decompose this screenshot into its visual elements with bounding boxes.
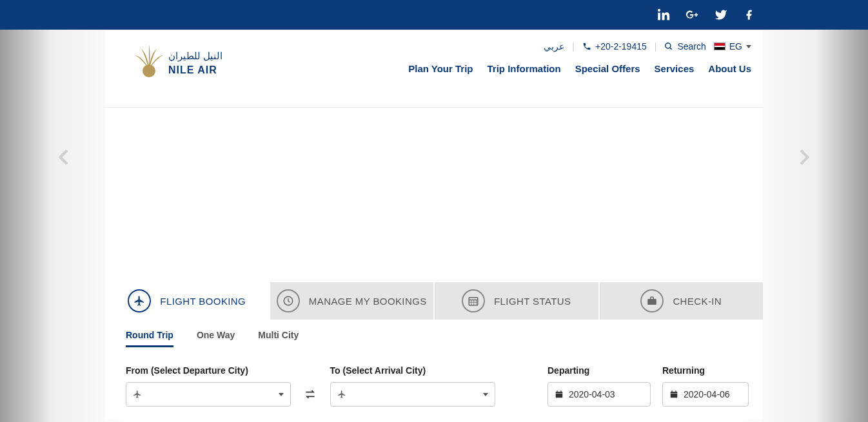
returning-date-value: 2020-04-06 <box>684 389 730 399</box>
returning-date-input[interactable]: 2020-04-06 <box>662 382 749 407</box>
main-nav: Plan Your Trip Trip Information Special … <box>408 63 751 74</box>
linkedin-icon[interactable] <box>657 8 671 22</box>
nav-plan-your-trip[interactable]: Plan Your Trip <box>408 63 473 74</box>
carousel-prev-button[interactable] <box>52 142 75 175</box>
svg-point-0 <box>143 64 155 77</box>
to-city-select[interactable] <box>330 382 495 407</box>
region-selector[interactable]: EG <box>714 41 751 52</box>
from-label: From (Select Departure City) <box>126 365 291 376</box>
svg-rect-15 <box>671 392 678 398</box>
plane-small-icon <box>133 390 142 399</box>
trip-type-round[interactable]: Round Trip <box>126 330 173 347</box>
svg-line-2 <box>670 48 672 50</box>
caret-down-icon <box>483 393 488 396</box>
nav-special-offers[interactable]: Special Offers <box>575 63 640 74</box>
twitter-icon[interactable] <box>714 8 728 22</box>
carousel-next-button[interactable] <box>793 142 816 175</box>
plane-small-icon <box>337 390 346 399</box>
departing-field-group: Departing 2020-04-03 <box>547 365 651 407</box>
trip-type-multi[interactable]: Multi City <box>258 330 299 347</box>
to-field-group: To (Select Arrival City) <box>330 365 495 407</box>
search-label: Search <box>677 41 705 52</box>
tab-label: FLIGHT BOOKING <box>160 296 246 307</box>
svg-rect-11 <box>556 392 563 398</box>
svg-rect-18 <box>671 393 678 394</box>
tab-manage-bookings[interactable]: MANAGE MY BOOKINGS <box>270 282 435 320</box>
top-social-bar <box>0 0 868 30</box>
utility-row: عربي | +20-2-19415 | Search EG <box>408 41 751 52</box>
svg-rect-14 <box>556 393 563 394</box>
logo-text-ar: النيل للطيران <box>168 51 222 62</box>
to-label: To (Select Arrival City) <box>330 365 495 376</box>
language-arabic-link[interactable]: عربي <box>544 41 564 52</box>
clock-icon <box>277 289 300 312</box>
phone-number: +20-2-19415 <box>595 41 647 52</box>
trip-type-selector: Round Trip One Way Multi City <box>126 330 749 347</box>
caret-down-icon <box>279 393 284 396</box>
swap-cities-button[interactable] <box>302 382 319 407</box>
departing-date-input[interactable]: 2020-04-03 <box>547 382 651 407</box>
facebook-icon[interactable] <box>742 8 756 22</box>
hero-carousel <box>105 108 763 282</box>
booking-tabs: FLIGHT BOOKING MANAGE MY BOOKINGS FLIGHT… <box>105 282 763 320</box>
logo-text-en: NILE AIR <box>168 64 217 75</box>
logo[interactable]: النيل للطيران NILE AIR <box>105 41 230 84</box>
tab-flight-booking[interactable]: FLIGHT BOOKING <box>105 282 270 320</box>
booking-form: Round Trip One Way Multi City From (Sele… <box>105 320 763 419</box>
returning-label: Returning <box>662 365 749 376</box>
svg-rect-13 <box>560 390 561 392</box>
nav-about-us[interactable]: About Us <box>708 63 751 74</box>
svg-rect-10 <box>648 299 657 305</box>
departing-date-value: 2020-04-03 <box>569 389 615 399</box>
nav-trip-information[interactable]: Trip Information <box>488 63 561 74</box>
svg-point-1 <box>666 43 671 48</box>
region-code: EG <box>729 41 742 52</box>
tab-label: FLIGHT STATUS <box>494 296 571 307</box>
calendar-icon <box>555 390 564 399</box>
from-field-group: From (Select Departure City) <box>126 365 291 407</box>
caret-down-icon <box>746 45 751 48</box>
plane-icon <box>128 289 151 312</box>
tab-flight-status[interactable]: FLIGHT STATUS <box>435 282 600 320</box>
nav-services[interactable]: Services <box>655 63 695 74</box>
calendar-icon <box>669 390 678 399</box>
swap-icon <box>304 388 317 401</box>
briefcase-icon <box>640 289 664 312</box>
googleplus-icon[interactable] <box>686 8 700 22</box>
tab-label: CHECK-IN <box>673 296 722 307</box>
departing-label: Departing <box>547 365 651 376</box>
returning-field-group: Returning 2020-04-06 <box>662 365 749 407</box>
trip-type-oneway[interactable]: One Way <box>197 330 235 347</box>
phone-link[interactable]: +20-2-19415 <box>582 41 647 52</box>
from-city-select[interactable] <box>126 382 291 407</box>
flag-eg-icon <box>714 43 725 50</box>
search-link[interactable]: Search <box>664 41 705 52</box>
calendar-grid-icon <box>462 289 485 312</box>
search-icon <box>664 42 673 51</box>
tab-label: MANAGE MY BOOKINGS <box>309 296 427 307</box>
phone-icon <box>582 42 591 51</box>
site-header: النيل للطيران NILE AIR عربي | +20-2-1941… <box>105 30 763 108</box>
svg-rect-16 <box>672 390 673 392</box>
tab-check-in[interactable]: CHECK-IN <box>600 282 764 320</box>
svg-rect-17 <box>675 390 676 392</box>
svg-rect-12 <box>557 390 558 392</box>
